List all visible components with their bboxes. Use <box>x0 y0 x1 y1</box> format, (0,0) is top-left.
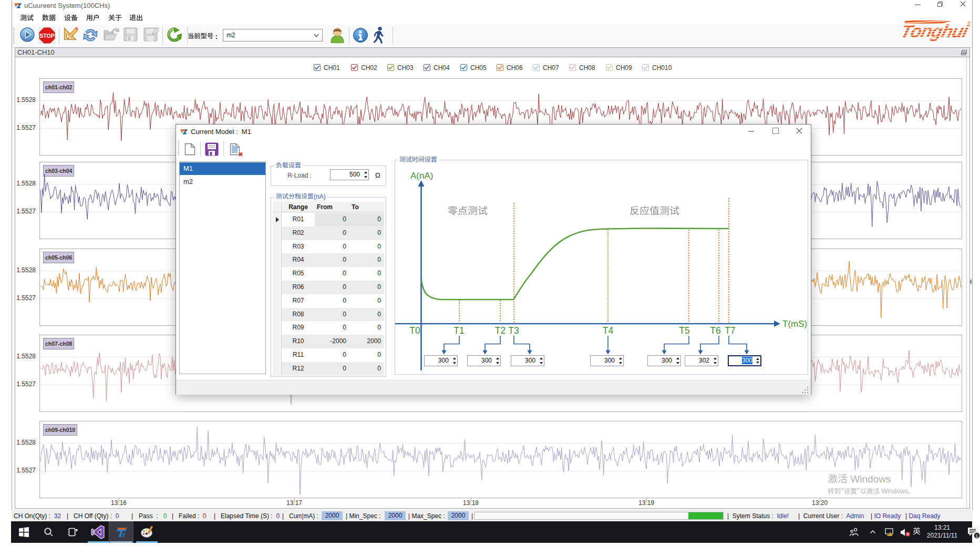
svg-text:®: ® <box>967 20 971 26</box>
svg-text:T0: T0 <box>409 325 420 336</box>
svg-text:Tonghui: Tonghui <box>899 22 971 41</box>
svg-text:T7: T7 <box>725 325 735 336</box>
svg-text:T1: T1 <box>453 325 464 336</box>
svg-text:T3: T3 <box>508 325 519 336</box>
svg-text:!: ! <box>889 533 890 536</box>
svg-text:T2: T2 <box>495 325 506 336</box>
svg-text:T6: T6 <box>710 325 720 336</box>
svg-text:A(nA): A(nA) <box>410 171 433 181</box>
svg-text:1: 1 <box>975 533 978 539</box>
svg-text:T5: T5 <box>679 325 689 336</box>
svg-text:T4: T4 <box>603 325 614 336</box>
svg-text:T(mS): T(mS) <box>782 319 807 329</box>
svg-text:STOP: STOP <box>39 33 54 39</box>
